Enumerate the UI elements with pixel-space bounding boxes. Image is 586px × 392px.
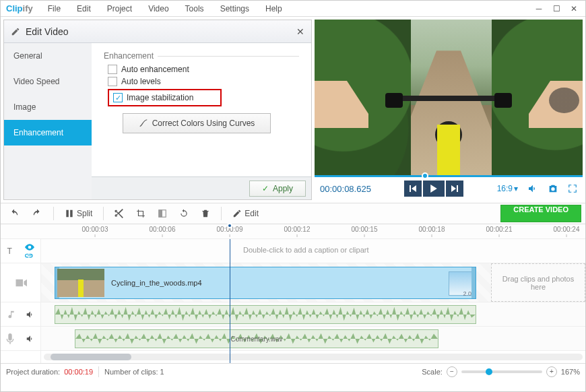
- tab-video-speed[interactable]: Video Speed: [4, 69, 92, 94]
- zoom-out-button[interactable]: −: [447, 366, 457, 377]
- preview-video[interactable]: [315, 20, 583, 175]
- video-clip[interactable]: Cycling_in_the_woods.mp4 2.0: [55, 267, 476, 299]
- menu-tools[interactable]: Tools: [178, 3, 211, 15]
- tab-enhancement[interactable]: Enhancement: [4, 120, 92, 145]
- track-head-voice: [1, 327, 40, 351]
- ruler-tick: 00:00:12: [284, 226, 311, 233]
- cut-button[interactable]: [110, 205, 128, 222]
- ruler-tick: 00:00:06: [150, 226, 176, 233]
- label-auto-levels: Auto levels: [121, 77, 161, 86]
- menu-video[interactable]: Video: [141, 3, 175, 15]
- visibility-icon[interactable]: [25, 244, 34, 251]
- label-auto-enhancement: Auto enhancement: [121, 65, 189, 74]
- voice-clip[interactable]: Commentary.wav: [75, 329, 438, 348]
- menu-file[interactable]: File: [41, 3, 67, 15]
- camcorder-icon[interactable]: [15, 278, 27, 288]
- clip-thumbnail: [57, 269, 104, 297]
- timecode: 00:00:08.625: [320, 184, 371, 194]
- label-image-stabilization: Image stabilization: [127, 93, 193, 102]
- ruler-tick: 00:00:18: [419, 226, 445, 233]
- snapshot-icon[interactable]: [548, 183, 558, 194]
- split-icon: [65, 209, 74, 218]
- volume-icon[interactable]: [527, 183, 538, 194]
- prev-frame-button[interactable]: [404, 181, 422, 197]
- speaker-icon[interactable]: [26, 334, 35, 344]
- track-head-caption: T: [1, 239, 40, 263]
- apply-button[interactable]: ✓ Apply: [249, 181, 306, 197]
- zoom-slider[interactable]: [461, 370, 542, 373]
- pencil-icon: [11, 27, 20, 36]
- caption-hint: Double-click to add a caption or clipart: [243, 246, 368, 254]
- svg-rect-1: [159, 210, 162, 218]
- speaker-icon[interactable]: [26, 310, 35, 319]
- split-button[interactable]: Split: [61, 205, 96, 222]
- play-button[interactable]: [423, 181, 445, 197]
- project-duration-label: Project duration: 00:00:19: [6, 368, 93, 376]
- time-ruler[interactable]: 00:00:03 00:00:06 00:00:09 00:00:12 00:0…: [41, 224, 585, 238]
- clip-count-label: Number of clips: 1: [104, 368, 164, 376]
- crop-button[interactable]: [132, 205, 150, 222]
- timeline-toolbar: Split Edit CREATE VIDEO: [1, 203, 585, 224]
- create-video-button[interactable]: CREATE VIDEO: [500, 205, 581, 222]
- ruler-tick: 00:00:03: [82, 226, 108, 233]
- edit-video-panel: Edit Video ✕ General Video Speed Image E…: [3, 20, 312, 200]
- checkbox-auto-enhancement[interactable]: [108, 65, 117, 74]
- track-video[interactable]: Cycling_in_the_woods.mp4 2.0 Drag clips …: [41, 263, 585, 302]
- chevron-down-icon: ▾: [514, 184, 518, 193]
- minimize-icon[interactable]: ─: [533, 3, 545, 14]
- rotate-button[interactable]: [175, 205, 193, 222]
- music-icon[interactable]: [6, 310, 15, 319]
- close-icon[interactable]: ✕: [568, 3, 580, 14]
- undo-button[interactable]: [5, 205, 24, 222]
- menu-settings[interactable]: Settings: [214, 3, 256, 15]
- preview-scrubber[interactable]: [315, 175, 583, 177]
- fullscreen-icon[interactable]: [568, 184, 577, 193]
- adjust-button[interactable]: [154, 205, 171, 222]
- checkbox-image-stabilization[interactable]: [113, 93, 123, 102]
- menu-project[interactable]: Project: [100, 3, 139, 15]
- panel-close-icon[interactable]: ✕: [296, 26, 304, 37]
- clip-trim-right[interactable]: [471, 267, 476, 298]
- app-logo: Clipify: [6, 3, 33, 13]
- track-music[interactable]: [41, 302, 585, 327]
- zoom-in-button[interactable]: +: [546, 366, 557, 377]
- maximize-icon[interactable]: ☐: [550, 3, 562, 14]
- tab-general[interactable]: General: [4, 43, 92, 69]
- clip-name: Cycling_in_the_woods.mp4: [111, 279, 202, 287]
- ruler-tick: 00:00:24: [554, 226, 580, 233]
- video-drop-hint[interactable]: Drag clips and photos here: [491, 263, 585, 302]
- track-caption[interactable]: Double-click to add a caption or clipart: [41, 239, 585, 263]
- menu-edit[interactable]: Edit: [70, 3, 98, 15]
- text-icon[interactable]: T: [7, 247, 11, 256]
- track-head-music: [1, 302, 40, 327]
- music-clip[interactable]: [55, 305, 476, 324]
- track-voice[interactable]: Commentary.wav: [41, 327, 585, 351]
- tab-image[interactable]: Image: [4, 94, 92, 120]
- transition-duration: 2.0: [463, 290, 471, 297]
- panel-title: Edit Video: [26, 26, 69, 37]
- ruler-tick: 00:00:21: [486, 226, 513, 233]
- preview-pane: 00:00:08.625 16:9 ▾: [315, 20, 583, 200]
- delete-button[interactable]: [197, 205, 214, 222]
- pencil-icon: [232, 209, 242, 218]
- redo-button[interactable]: [28, 205, 46, 222]
- microphone-icon[interactable]: [6, 333, 14, 344]
- scale-label: Scale:: [422, 368, 443, 376]
- track-head-video: [1, 263, 40, 302]
- link-icon[interactable]: [25, 252, 34, 259]
- curves-icon: [139, 119, 148, 128]
- timeline-scrollbar[interactable]: [41, 351, 585, 363]
- playhead-knob[interactable]: [227, 223, 232, 228]
- timeline: 00:00:03 00:00:06 00:00:09 00:00:12 00:0…: [1, 224, 585, 363]
- next-frame-button[interactable]: [446, 181, 463, 197]
- checkbox-auto-levels[interactable]: [108, 77, 117, 86]
- ruler-tick: 00:00:15: [352, 226, 378, 233]
- playhead-line[interactable]: [230, 239, 230, 363]
- section-title: Enhancement: [104, 51, 154, 61]
- correct-colors-button[interactable]: Correct Colors Using Curves: [123, 113, 271, 133]
- highlight-image-stabilization: Image stabilization: [108, 89, 222, 106]
- aspect-ratio-selector[interactable]: 16:9 ▾: [497, 184, 518, 193]
- status-bar: Project duration: 00:00:19 Number of cli…: [1, 363, 585, 379]
- edit-button[interactable]: Edit: [228, 205, 263, 222]
- menu-help[interactable]: Help: [259, 3, 289, 15]
